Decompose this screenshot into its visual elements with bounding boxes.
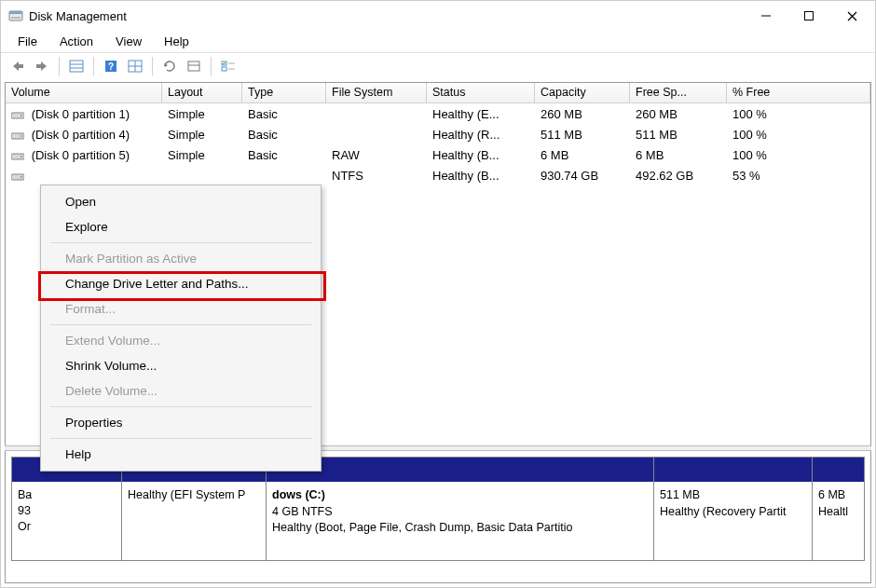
- app-icon: [8, 8, 23, 23]
- menu-help[interactable]: Help: [153, 33, 200, 50]
- svg-text:?: ?: [108, 62, 114, 72]
- maximize-button[interactable]: [787, 2, 830, 30]
- drive-icon: [11, 109, 24, 120]
- menu-item-extend-volume: Extend Volume...: [43, 328, 319, 353]
- menu-file[interactable]: File: [7, 33, 48, 50]
- window-controls: [745, 2, 873, 30]
- volume-name: (Disk 0 partition 5): [32, 148, 130, 162]
- col-filesystem[interactable]: File System: [326, 83, 427, 103]
- menu-separator: [50, 324, 311, 325]
- help-icon[interactable]: ?: [100, 56, 122, 76]
- col-capacity[interactable]: Capacity: [535, 83, 630, 103]
- svg-rect-8: [36, 64, 42, 68]
- menu-item-shrink-volume[interactable]: Shrink Volume...: [43, 353, 319, 378]
- svg-rect-2: [11, 17, 21, 19]
- svg-point-30: [21, 176, 22, 178]
- svg-rect-7: [18, 64, 23, 68]
- drive-icon: [11, 150, 24, 161]
- menubar: File Action View Help: [1, 31, 875, 52]
- volume-list-header: Volume Layout Type File System Status Ca…: [6, 83, 870, 103]
- partition[interactable]: 6 MB Healtl: [813, 458, 864, 560]
- table-row[interactable]: (Disk 0 partition 4) Simple Basic Health…: [6, 124, 870, 144]
- disk-row[interactable]: Ba 93 Or Healthy (EFI System P dows (C:)…: [11, 457, 865, 561]
- titlebar: Disk Management: [1, 1, 875, 31]
- col-pctfree[interactable]: % Free: [727, 83, 870, 103]
- col-freespace[interactable]: Free Sp...: [630, 83, 727, 103]
- menu-separator: [50, 242, 311, 243]
- partition[interactable]: 511 MB Healthy (Recovery Partit: [654, 458, 813, 560]
- menu-view[interactable]: View: [104, 33, 153, 50]
- minimize-button[interactable]: [745, 2, 787, 30]
- menu-item-help[interactable]: Help: [43, 442, 319, 467]
- context-menu: Open Explore Mark Partition as Active Ch…: [40, 185, 322, 472]
- col-layout[interactable]: Layout: [162, 83, 242, 103]
- drive-icon: [11, 130, 24, 141]
- menu-item-properties[interactable]: Properties: [43, 410, 319, 435]
- refresh-icon[interactable]: [158, 56, 181, 76]
- volume-name: (Disk 0 partition 4): [32, 128, 130, 142]
- toolbar-checks-icon[interactable]: [217, 56, 240, 76]
- col-status[interactable]: Status: [427, 83, 535, 103]
- menu-item-explore[interactable]: Explore: [43, 214, 319, 239]
- partition[interactable]: Healthy (EFI System P: [122, 458, 267, 560]
- svg-point-28: [21, 156, 22, 157]
- toolbar-list-icon[interactable]: [183, 56, 205, 76]
- table-row[interactable]: NTFS Healthy (B... 930.74 GB 492.62 GB 5…: [6, 165, 870, 185]
- menu-separator: [50, 406, 311, 407]
- toolbar-table-icon[interactable]: [65, 56, 88, 76]
- menu-action[interactable]: Action: [48, 33, 104, 50]
- menu-item-mark-active: Mark Partition as Active: [43, 246, 319, 271]
- disk-management-window: Disk Management File Action View Help: [0, 0, 876, 588]
- svg-rect-9: [70, 61, 83, 72]
- svg-rect-1: [9, 11, 22, 14]
- svg-rect-20: [222, 67, 226, 71]
- menu-separator: [50, 438, 311, 439]
- menu-item-format: Format...: [43, 296, 319, 321]
- svg-point-26: [21, 135, 22, 137]
- back-button[interactable]: [7, 56, 29, 76]
- menu-item-delete-volume: Delete Volume...: [43, 378, 319, 403]
- forward-button[interactable]: [31, 56, 53, 76]
- disk-label: Ba 93 Or: [12, 458, 122, 560]
- toolbar-grid-icon[interactable]: [124, 56, 146, 76]
- table-row[interactable]: (Disk 0 partition 1) Simple Basic Health…: [6, 103, 870, 124]
- disk-partitions: Healthy (EFI System P dows (C:) 4 GB NTF…: [122, 458, 864, 560]
- table-row[interactable]: (Disk 0 partition 5) Simple Basic RAW He…: [6, 144, 870, 165]
- window-title: Disk Management: [29, 9, 127, 23]
- toolbar: ?: [1, 52, 875, 78]
- col-type[interactable]: Type: [242, 83, 326, 103]
- menu-item-open[interactable]: Open: [43, 189, 319, 214]
- menu-item-change-drive-letter[interactable]: Change Drive Letter and Paths...: [43, 271, 319, 296]
- volume-name: (Disk 0 partition 1): [32, 107, 130, 121]
- close-button[interactable]: [830, 2, 873, 30]
- partition[interactable]: dows (C:) 4 GB NTFS Healthy (Boot, Page …: [267, 458, 654, 560]
- col-volume[interactable]: Volume: [6, 83, 162, 103]
- svg-rect-17: [188, 62, 199, 71]
- svg-rect-4: [805, 12, 814, 21]
- svg-point-24: [21, 115, 22, 116]
- drive-icon: [11, 171, 24, 182]
